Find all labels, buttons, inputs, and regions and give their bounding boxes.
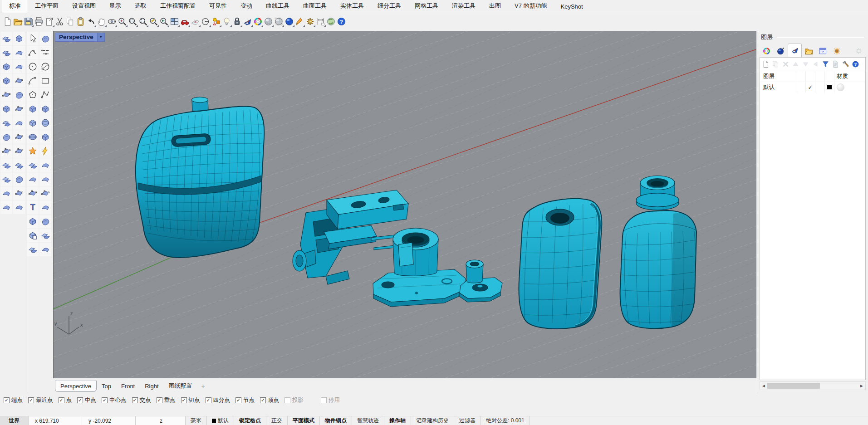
tool-grid-points[interactable] [0,200,12,214]
toolbar-button-print[interactable] [34,15,44,28]
menu-tab-工作视窗配置[interactable]: 工作视窗配置 [153,0,202,13]
checkbox-icon[interactable]: ✓ [206,397,211,403]
statusbar-毫米[interactable]: 毫米 [186,416,207,425]
layer-row[interactable]: 默认✓ [760,82,865,93]
toolbar-button-paste-clipboard[interactable] [75,15,86,28]
checkbox-icon[interactable] [284,397,290,403]
toolbar-button-help[interactable]: ? [336,15,347,28]
tool-torus-small[interactable] [13,130,25,144]
tool-surface-cone[interactable] [13,116,25,130]
tool-split[interactable] [39,158,51,172]
tool-offset-curve[interactable] [39,172,51,186]
panel-tab-sun-options[interactable] [830,45,844,57]
osnap-投影[interactable]: 投影 [284,396,304,404]
statusbar-默认[interactable]: 默认 [207,416,234,425]
tool-point-grid[interactable] [39,200,51,214]
tool-pipe-curve[interactable] [27,243,39,256]
menu-tab-设置视图[interactable]: 设置视图 [65,0,103,13]
tool-sphere[interactable] [39,116,51,130]
tool-drape-surface[interactable] [0,116,12,130]
toolbar-button-zoom-extents[interactable] [138,15,148,28]
panel-tab-properties-wheel[interactable] [760,45,774,57]
viewport-scene[interactable]: z y x [54,31,756,378]
toolbar-button-export-page[interactable] [44,15,54,28]
menu-tab-工作平面[interactable]: 工作平面 [28,0,65,13]
panel-tab-panel-settings-gear[interactable] [852,45,866,57]
viewport-title-dropdown[interactable]: Perspective ▼ [55,33,105,42]
toolbar-button-named-view-car[interactable] [180,15,190,28]
menu-tab-标准[interactable]: 标准 [2,0,28,13]
toolbar-button-new-document[interactable] [2,15,13,28]
checkbox-icon[interactable]: ✓ [260,397,266,403]
menu-tab-实体工具[interactable]: 实体工具 [333,0,371,13]
menu-tab-KeyShot[interactable]: KeyShot [554,1,590,13]
tool-sphere-mouse[interactable] [0,144,12,158]
checkbox-icon[interactable]: ✓ [181,397,187,403]
panel-tab-help-window[interactable]: ? [816,45,830,57]
toolbar-button-copy[interactable] [65,15,75,28]
toolbar-button-dimension[interactable] [315,15,326,28]
tool-pen-nib[interactable] [13,200,25,214]
toolbar-button-save[interactable] [23,15,34,28]
toolbar-button-pan-hand[interactable] [96,15,107,28]
tool-adjust-curve[interactable] [27,186,39,200]
layer-current-cell[interactable] [796,82,806,93]
layer-visibility-cell[interactable] [815,82,825,93]
tool-polygon[interactable] [27,88,39,102]
model-case-half[interactable] [519,199,602,329]
menu-tab-曲面工具[interactable]: 曲面工具 [296,0,333,13]
statusbar-操作轴[interactable]: 操作轴 [384,416,411,425]
tool-text[interactable]: T [27,200,39,214]
scrollbar-thumb[interactable] [767,383,820,389]
tool-extrude-surface[interactable] [0,46,12,59]
scroll-left-icon[interactable]: ◄ [760,382,767,389]
osnap-中心点[interactable]: ✓中心点 [102,396,127,404]
tool-surface-cylinder[interactable] [0,102,12,116]
checkbox-icon[interactable]: ✓ [235,397,241,403]
menu-tab-选取[interactable]: 选取 [128,0,153,13]
perspective-viewport[interactable]: z y x Perspective ▼ [53,31,756,378]
toolbar-button-rotate-view[interactable] [107,15,117,28]
tool-plane-deform[interactable] [13,74,25,88]
checkbox-icon[interactable]: ✓ [4,397,10,403]
menu-tab-曲线工具[interactable]: 曲线工具 [259,0,296,13]
tool-sweep2[interactable] [39,102,51,116]
tool-polyline[interactable] [39,88,51,102]
layer-name[interactable]: 默认 [760,82,796,93]
layer-toolbar-tri-up[interactable] [791,60,800,68]
tool-fork-surface[interactable] [13,158,25,172]
toolbar-button-shaded-viewport[interactable] [263,15,274,28]
osnap-中点[interactable]: ✓中点 [77,396,96,404]
layer-toolbar-report-page[interactable] [831,60,840,68]
osnap-垂点[interactable]: ✓垂点 [157,396,176,404]
chevron-down-icon[interactable]: ▼ [97,33,104,41]
toolbar-button-render[interactable] [242,15,253,28]
layer-color-swatch[interactable] [827,85,832,89]
toolbar-button-zoom-window[interactable] [128,15,138,28]
toolbar-button-spotlight[interactable] [294,15,305,28]
tool-star-explode[interactable] [27,144,39,158]
osnap-四分点[interactable]: ✓四分点 [206,396,230,404]
tool-circle-diameter[interactable] [39,60,51,73]
menu-tab-渲染工具[interactable]: 渲染工具 [445,0,482,13]
toolbar-button-earth-globe[interactable] [326,15,336,28]
layer-toolbar-copy-layer[interactable] [771,60,780,68]
tool-points-on[interactable] [39,186,51,200]
tool-texture-square[interactable] [13,172,25,186]
tool-lightning[interactable] [39,144,51,158]
menu-tab-变动[interactable]: 变动 [234,0,259,13]
statusbar-过滤器[interactable]: 过滤器 [454,416,481,425]
tool-surface-torus[interactable] [13,32,25,45]
tool-check-objects[interactable] [39,243,51,256]
statusbar-绝对公差:[interactable]: 绝对公差: 0.001 [481,416,530,425]
layer-toolbar-help-small[interactable]: ? [851,60,860,68]
tool-rectangle[interactable] [39,74,51,88]
layer-toolbar-filter-funnel[interactable] [821,60,830,68]
checkbox-icon[interactable]: ✓ [77,397,83,403]
layer-material-cell[interactable] [834,83,865,91]
layer-toolbar-tools-hammer[interactable] [841,60,850,68]
tool-control-point-curve[interactable] [27,46,39,59]
layer-toolbar-new-layer[interactable] [761,60,770,68]
tool-fillet-surface[interactable] [13,144,25,158]
osnap-端点[interactable]: ✓端点 [4,396,23,404]
